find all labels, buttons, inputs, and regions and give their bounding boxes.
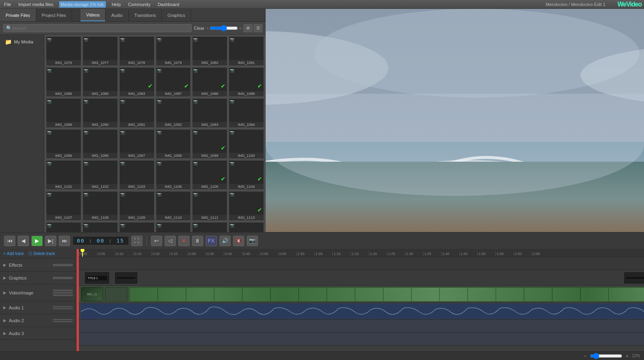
zoom-in-button[interactable]: + <box>625 353 629 359</box>
track-label-graphics[interactable]: ▶ Graphics <box>0 272 76 284</box>
cut-button[interactable]: ✕ <box>178 236 190 246</box>
media-label: IMG_1086 <box>192 91 227 97</box>
search-bar: 🔍 Clear ▪ ▪ ⊞ ☰ <box>0 22 266 35</box>
media-thumb-IMG_1082[interactable]: 📷 IMG_1082 <box>192 36 227 66</box>
my-media-item[interactable]: 📁 My Media <box>2 37 41 47</box>
storage-badge[interactable]: Media storage 1% full. <box>59 1 106 8</box>
media-thumb-IMG_1093[interactable]: 📷 IMG_1093 <box>192 98 227 128</box>
search-input[interactable] <box>12 26 189 31</box>
media-thumb-IMG_1077[interactable]: 📷 IMG_1077 <box>83 36 118 66</box>
media-thumb-IMG_1111[interactable]: 📷 IMG_1111 <box>192 191 227 221</box>
media-thumb-IMG_1104[interactable]: 📷 ✔ IMG_1104 <box>229 160 264 190</box>
media-thumb-IMG_1110[interactable]: 📷 IMG_1110 <box>156 191 191 221</box>
media-thumb-IMG_1079[interactable]: 📷 IMG_1079 <box>156 36 191 66</box>
media-thumb-IMG_1080[interactable]: 📷 IMG_1080 <box>83 67 118 97</box>
pause-button[interactable]: ⏸ <box>192 236 203 246</box>
audio2-track <box>79 320 644 333</box>
clear-button[interactable]: Clear <box>194 26 204 31</box>
rewind-button[interactable]: ↩ <box>151 236 162 246</box>
media-thumb-IMG_1102[interactable]: 📷 IMG_1102 <box>83 160 118 190</box>
camera-icon: 📷 <box>157 37 161 41</box>
tab-project-files[interactable]: Project Files <box>36 9 72 21</box>
fx-button[interactable]: FX <box>206 236 217 246</box>
wevideo-logo: WeVideo <box>617 1 642 8</box>
media-thumb-IMG_1105[interactable]: 📷 ✔ IMG_1105 <box>192 160 227 190</box>
tab-transitions[interactable]: Transitions <box>129 9 162 21</box>
media-thumb-IMG_1083[interactable]: 📷 ✔ IMG_1083 <box>119 67 155 97</box>
video-clip-strip[interactable] <box>129 287 644 302</box>
grid-view-button[interactable]: ⊞ <box>244 24 252 32</box>
graphics-clip-3[interactable] <box>624 272 644 284</box>
track-label-effects[interactable]: ▶ Effects <box>0 259 76 272</box>
media-thumb-IMG_1092[interactable]: 📷 IMG_1092 <box>156 98 191 128</box>
size-slider[interactable] <box>210 25 238 31</box>
media-thumb-IMG_1095[interactable]: 📷 IMG_1095 <box>83 129 118 159</box>
media-label: IMG_1080 <box>83 91 118 97</box>
video-clip-1[interactable]: IMG_11 <box>81 287 103 301</box>
skip-start-button[interactable]: ⏮ <box>4 236 15 246</box>
track-label-audio2[interactable]: ▶ Audio 2 <box>0 314 76 327</box>
media-thumb-IMG_1086[interactable]: 📷 ✔ IMG_1086 <box>192 67 227 97</box>
ruler-mark: 1:25 <box>387 252 405 256</box>
media-thumb-IMG_1113[interactable]: 📷 ✔ IMG_1113 <box>229 191 264 221</box>
graphics-clip-2[interactable] <box>115 272 137 284</box>
media-thumb-IMG_1097[interactable]: 📷 IMG_1097 <box>119 129 155 159</box>
menu-help[interactable]: Help <box>110 1 122 8</box>
tab-videos[interactable]: Videos <box>80 9 105 21</box>
step-forward-button[interactable]: ▶| <box>45 236 56 246</box>
tab-graphics[interactable]: Graphics <box>162 9 191 21</box>
back-frame-button[interactable]: ◁ <box>165 236 176 246</box>
media-thumb-IMG_1107[interactable]: 📷 IMG_1107 <box>46 191 81 221</box>
list-view-button[interactable]: ☰ <box>254 24 262 32</box>
fullscreen-button[interactable]: ⛶ <box>131 236 142 246</box>
media-thumb-IMG_1098[interactable]: 📷 IMG_1098 <box>156 129 191 159</box>
media-thumb-IMG_1096[interactable]: 📷 IMG_1096 <box>46 129 81 159</box>
tab-audio[interactable]: Audio <box>105 9 128 21</box>
add-track-button[interactable]: + Add track <box>3 251 24 256</box>
video-clip-2[interactable] <box>105 287 127 301</box>
audio1-clip[interactable] <box>81 304 644 319</box>
media-thumb-IMG_1090[interactable]: 📷 IMG_1090 <box>83 98 118 128</box>
media-thumb-IMG_1076[interactable]: 📷 IMG_1076 <box>46 36 81 66</box>
graphics-clip-1[interactable]: TITLE 1 <box>85 272 109 284</box>
media-thumb-IMG_1106[interactable]: 📷 IMG_1106 <box>156 160 191 190</box>
zoom-slider[interactable] <box>590 353 622 359</box>
media-thumb-IMG_1108[interactable]: 📷 IMG_1108 <box>83 191 118 221</box>
media-thumb-IMG_1100[interactable]: 📷 IMG_1100 <box>229 129 264 159</box>
track-label-video[interactable]: ▶ Video/image <box>0 284 76 301</box>
timeline-scroll[interactable]: 0:000:050:100:150:200:250:300:350:400:45… <box>79 249 644 351</box>
menu-file[interactable]: File <box>2 1 13 8</box>
delete-track-button[interactable]: ☐ Delete track <box>29 251 55 256</box>
media-thumb-IMG_1091[interactable]: 📷 IMG_1091 <box>119 98 155 128</box>
media-thumb-IMG_1099[interactable]: 📷 ✔ IMG_1099 <box>192 129 227 159</box>
media-thumb-IMG_1109[interactable]: 📷 IMG_1109 <box>119 191 155 221</box>
camera-button[interactable]: 📷 <box>247 236 258 246</box>
media-thumb-IMG_1101[interactable]: 📷 IMG_1101 <box>46 160 81 190</box>
media-thumb-IMG_1103[interactable]: 📷 IMG_1103 <box>119 160 155 190</box>
track-label-audio3[interactable]: ▶ Audio 3 <box>0 327 76 340</box>
volume-button[interactable]: 🔊 <box>219 236 231 246</box>
play-button[interactable]: ▶ <box>31 236 43 246</box>
media-thumb-IMG_1094[interactable]: 📷 IMG_1094 <box>229 98 264 128</box>
skip-end-button[interactable]: ⏭ <box>59 236 70 246</box>
menu-import[interactable]: Import media files <box>17 1 55 8</box>
media-thumb-IMG_1089[interactable]: 📷 IMG_1089 <box>46 98 81 128</box>
audio2-label: Audio 2 <box>9 318 24 323</box>
track-label-audio1[interactable]: ▶ Audio 1 <box>0 301 76 314</box>
zoom-out-button[interactable]: − <box>584 353 587 359</box>
media-label: IMG_1089 <box>46 122 81 128</box>
menu-community[interactable]: Community <box>126 1 152 8</box>
tab-private-files[interactable]: Private Files <box>0 9 36 21</box>
media-thumb-IMG_1088[interactable]: 📷 ✔ IMG_1088 <box>229 67 264 97</box>
size-min-icon: ▪ <box>207 26 208 30</box>
media-thumb-IMG_1078[interactable]: 📷 IMG_1078 <box>119 36 155 66</box>
media-thumb-IMG_1081[interactable]: 📷 IMG_1081 <box>229 36 264 66</box>
mute-button[interactable]: 🔇 <box>233 236 244 246</box>
step-back-button[interactable]: ◀ <box>18 236 29 246</box>
media-label: IMG_1098 <box>156 153 191 158</box>
camera-icon: 📷 <box>84 161 88 165</box>
menu-dashboard[interactable]: Dashboard <box>156 1 181 8</box>
media-thumb-IMG_1087[interactable]: 📷 ✔ IMG_1087 <box>156 67 191 97</box>
clip-dividers <box>130 288 644 301</box>
media-thumb-IMG_1085[interactable]: 📷 IMG_1085 <box>46 67 81 97</box>
